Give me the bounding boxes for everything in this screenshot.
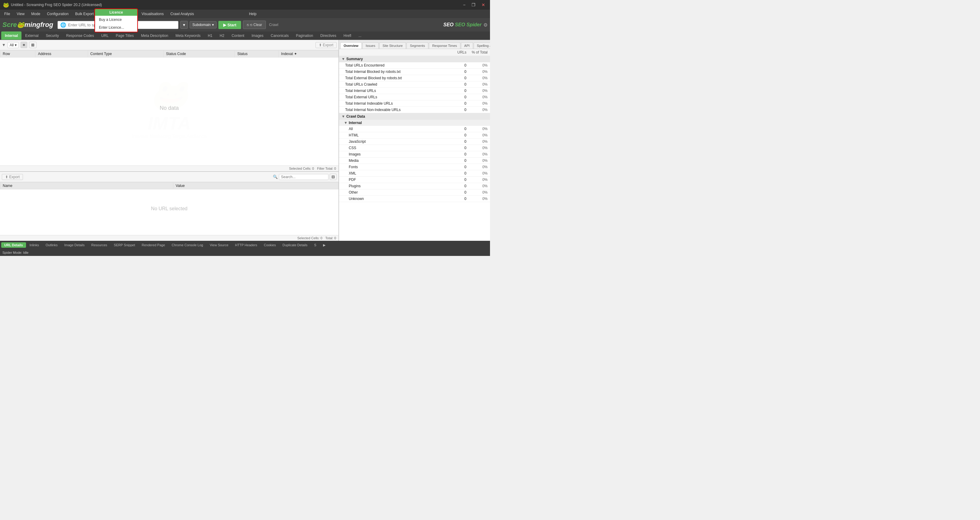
tab-security[interactable]: Security — [42, 32, 62, 40]
summary-table: URLs % of Total ▼Summary Total URLs Enco… — [339, 49, 490, 202]
detail-filter-button[interactable]: ⊟ — [330, 173, 337, 180]
logo-scream: Scre — [2, 21, 17, 29]
tab-hrefl[interactable]: Hrefl — [340, 32, 355, 40]
col-indexat: Indexat ✦ — [278, 51, 339, 57]
bottom-tab-duplicate-details[interactable]: Duplicate Details — [280, 242, 311, 248]
filter-select[interactable]: All ▾ — [8, 42, 19, 48]
close-button[interactable]: ✕ — [480, 2, 487, 8]
right-tab-api[interactable]: API — [461, 42, 473, 49]
bottom-tab-resources[interactable]: Resources — [88, 242, 110, 248]
detail-panel: ⬆ Export 🔍 ⊟ Name Value — [0, 171, 339, 241]
settings-icon[interactable]: ⚙ — [484, 22, 488, 28]
bottom-tab-s[interactable]: S — [311, 242, 319, 248]
bottom-tab-inlinks[interactable]: Inlinks — [27, 242, 42, 248]
bottom-tab-view-source[interactable]: View Source — [207, 242, 231, 248]
menu-mode[interactable]: Mode — [28, 11, 43, 17]
tab-images[interactable]: Images — [248, 32, 267, 40]
bottom-tab-cookies[interactable]: Cookies — [261, 242, 279, 248]
menubar: File View Mode Configuration Bulk Export… — [0, 10, 490, 18]
menu-file[interactable]: File — [1, 11, 13, 17]
tab-meta-description[interactable]: Meta Description — [137, 32, 172, 40]
logo-frog-text: mingfrog — [24, 21, 53, 29]
row-urls: 0 — [451, 132, 469, 138]
bottom-tab-url-details[interactable]: URL Details — [1, 242, 26, 248]
detail-export-button[interactable]: ⬆ Export — [2, 174, 23, 180]
table-row: XML 0 0% — [339, 170, 490, 177]
list-view-button[interactable]: ≡ — [21, 42, 27, 48]
right-tab-issues[interactable]: Issues — [362, 42, 379, 49]
content-area: ▼ All ▾ ≡ ⊞ ⬆ Export 🐸 IMTA Internet Mar… — [0, 40, 490, 241]
right-tab-site-structure[interactable]: Site Structure — [379, 42, 406, 49]
table-wrapper: 🐸 IMTA Internet Marketing Target Audienc… — [0, 50, 339, 165]
row-urls: 0 — [451, 62, 469, 69]
titlebar: 🐸 Untitled - Screaming Frog SEO Spider 2… — [0, 0, 490, 10]
tab-content[interactable]: Content — [228, 32, 248, 40]
row-urls: 0 — [451, 69, 469, 75]
tab-internal[interactable]: Internal — [1, 32, 21, 40]
menu-view[interactable]: View — [14, 11, 27, 17]
bottom-tab-chrome-console-log[interactable]: Chrome Console Log — [169, 242, 206, 248]
right-tab-segments[interactable]: Segments — [407, 42, 428, 49]
table-status: Selected Cells: 0 Filter Total: 0 — [0, 165, 339, 171]
menu-help[interactable]: Help — [246, 11, 259, 17]
start-button[interactable]: ▶ Start — [218, 21, 241, 29]
menu-crawl-analysis[interactable]: Crawl Analysis — [167, 11, 197, 17]
row-pct: 0% — [469, 189, 490, 196]
tab-canonicals[interactable]: Canonicals — [267, 32, 292, 40]
menu-visualisations[interactable]: Visualisations — [138, 11, 167, 17]
detail-selected-label: Selected Cells: 0 — [298, 236, 323, 240]
right-tab-response-times[interactable]: Response Times — [429, 42, 460, 49]
crawl-data-section-header[interactable]: ▼Crawl Data — [339, 113, 490, 120]
row-label: CSS — [339, 145, 451, 151]
row-label: Other — [339, 189, 451, 196]
col-status: Status — [235, 51, 278, 57]
bottom-tab-more-arrow[interactable]: ▶ — [320, 242, 328, 248]
tab-url[interactable]: URL — [98, 32, 112, 40]
restore-button[interactable]: ❐ — [470, 2, 477, 8]
menu-configuration[interactable]: Configuration — [44, 11, 72, 17]
filter-bar: ▼ All ▾ ≡ ⊞ ⬆ Export — [0, 40, 339, 50]
bottom-tab-serp-snippet[interactable]: SERP Snippet — [111, 242, 138, 248]
url-dropdown-button[interactable]: ▾ — [180, 21, 188, 29]
tab-page-titles[interactable]: Page Titles — [112, 32, 137, 40]
row-pct: 0% — [469, 107, 490, 113]
right-tab-spelling[interactable]: Spelling & C — [474, 42, 490, 49]
row-urls: 0 — [451, 196, 469, 202]
table-row: Total Internal Blocked by robots.txt 0 0… — [339, 69, 490, 75]
table-row: Total External URLs 0 0% — [339, 94, 490, 100]
tab-more[interactable]: ... — [355, 32, 365, 40]
tab-response-codes[interactable]: Response Codes — [63, 32, 98, 40]
app-title: Untitled - Screaming Frog SEO Spider 20.… — [11, 3, 102, 7]
tab-h1[interactable]: H1 — [204, 32, 216, 40]
tab-meta-keywords[interactable]: Meta Keywords — [172, 32, 204, 40]
bottom-tab-rendered-page[interactable]: Rendered Page — [138, 242, 168, 248]
bottom-tab-http-headers[interactable]: HTTP Headers — [232, 242, 260, 248]
bottom-tab-image-details[interactable]: Image Details — [61, 242, 88, 248]
structure-view-button[interactable]: ⊞ — [29, 42, 37, 48]
summary-section-header[interactable]: ▼Summary — [339, 56, 490, 62]
row-label: Unknown — [339, 196, 451, 202]
enter-licence-item[interactable]: Enter Licence... — [95, 24, 137, 32]
internal-subsection-header[interactable]: ▼Internal — [339, 120, 490, 126]
internal-triangle-icon: ▼ — [344, 121, 348, 125]
clear-button[interactable]: ⎋ ⎋ Clear — [243, 21, 266, 29]
right-tab-overview[interactable]: Overview — [340, 42, 362, 49]
bottom-tab-outlinks[interactable]: Outlinks — [43, 242, 61, 248]
detail-search-input[interactable] — [279, 174, 328, 180]
subdomain-select[interactable]: Subdomain ▾ — [190, 21, 216, 29]
export-button[interactable]: ⬆ Export — [315, 42, 337, 48]
tab-directives[interactable]: Directives — [317, 32, 340, 40]
tab-external[interactable]: External — [21, 32, 42, 40]
row-label: Images — [339, 151, 451, 157]
detail-col-value: Value — [173, 183, 338, 189]
logo-area: Scre🐸mingfrog — [2, 21, 53, 29]
minimize-button[interactable]: − — [461, 2, 467, 8]
overview-tbody: ▼Summary Total URLs Encountered 0 0% Tot… — [339, 56, 490, 202]
internal-sub-label: Internal — [349, 121, 362, 125]
licence-menu-button[interactable]: Licence — [95, 9, 137, 16]
buy-licence-item[interactable]: Buy a Licence — [95, 16, 137, 24]
tab-h2[interactable]: H2 — [216, 32, 228, 40]
menu-bulk-export[interactable]: Bulk Export — [72, 11, 97, 17]
tab-pagination[interactable]: Pagination — [292, 32, 317, 40]
row-urls: 0 — [451, 138, 469, 145]
